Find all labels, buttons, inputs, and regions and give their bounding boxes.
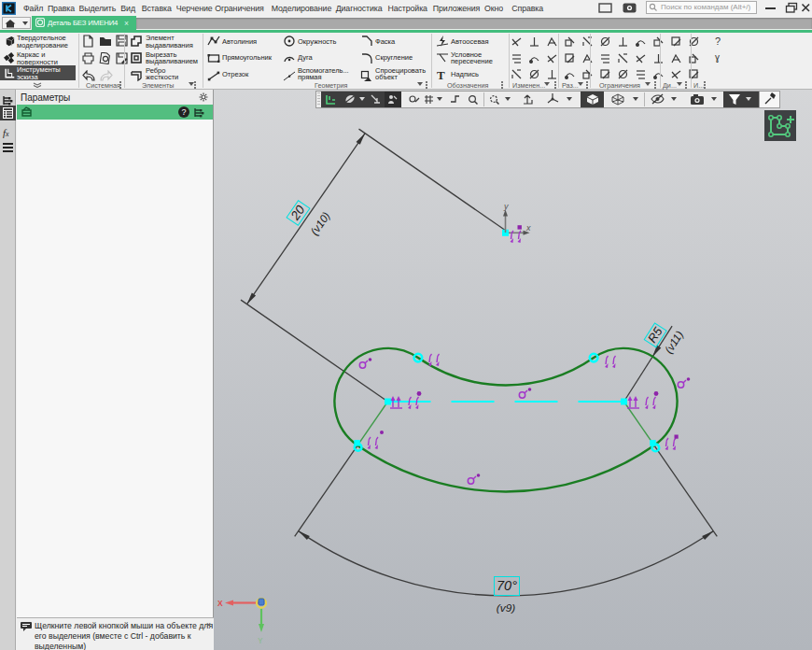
svg-text:y: y bbox=[503, 202, 509, 211]
svg-text:Y: Y bbox=[258, 636, 263, 645]
svg-text:X: X bbox=[217, 599, 223, 608]
svg-text:x: x bbox=[525, 223, 531, 233]
